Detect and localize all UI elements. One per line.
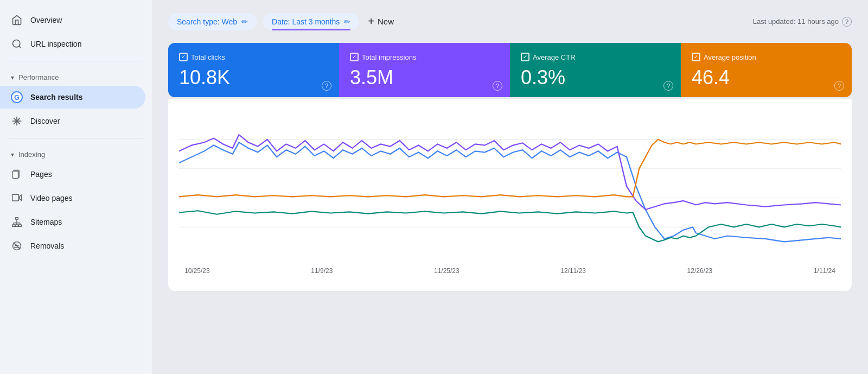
help-ctr[interactable]: ?: [663, 81, 673, 91]
svg-rect-8: [12, 194, 19, 201]
topbar: Search type: Web ✏ Date: Last 3 months ✏…: [168, 11, 852, 32]
x-label-3: 11/25/23: [434, 267, 459, 275]
help-icon[interactable]: ?: [842, 17, 852, 27]
home-icon: [11, 14, 23, 26]
chevron-down-icon-2: ▾: [11, 151, 14, 159]
main-content: Search type: Web ✏ Date: Last 3 months ✏…: [152, 0, 868, 374]
x-label-5: 12/26/23: [687, 267, 713, 275]
metric-total-impressions: Total impressions 3.5M ?: [339, 43, 510, 97]
divider-2: [9, 138, 143, 138]
sidebar-item-removals[interactable]: Removals: [0, 234, 145, 257]
metric-average-ctr: Average CTR 0.3% ?: [510, 43, 681, 97]
new-label: New: [378, 17, 394, 26]
metric-clicks-value: 10.8K: [179, 67, 328, 88]
sidebar-item-search-results[interactable]: G Search results: [0, 86, 145, 109]
metric-ctr-value: 0.3%: [521, 67, 670, 88]
sidebar-item-sitemaps[interactable]: Sitemaps: [0, 211, 145, 233]
checkbox-clicks[interactable]: [179, 53, 188, 61]
metric-position-label: Average position: [692, 53, 841, 61]
sidebar-item-discover[interactable]: Discover: [0, 110, 145, 132]
divider-1: [9, 61, 143, 61]
edit-icon-2: ✏: [344, 17, 350, 26]
metric-position-value: 46.4: [692, 67, 841, 88]
x-label-4: 12/11/23: [560, 267, 586, 275]
chevron-down-icon: ▾: [11, 74, 14, 81]
sidebar-item-search-results-label: Search results: [30, 93, 83, 102]
sidebar-item-video-pages-label: Video pages: [30, 194, 73, 202]
performance-section-label: ▾ Performance: [0, 67, 152, 85]
performance-chart: [179, 110, 841, 262]
search-icon: [11, 38, 23, 50]
chart-container: 10/25/23 11/9/23 11/25/23 12/11/23 12/26…: [168, 99, 852, 291]
checkbox-impressions[interactable]: [350, 53, 359, 61]
svg-line-1: [19, 46, 21, 48]
sidebar: Overview URL inspection ▾ Performance G …: [0, 0, 152, 374]
help-clicks[interactable]: ?: [322, 81, 331, 91]
svg-line-20: [14, 243, 21, 250]
svg-rect-7: [13, 171, 18, 178]
edit-icon: ✏: [241, 17, 248, 26]
sidebar-item-overview-label: Overview: [30, 16, 62, 24]
sidebar-item-pages-label: Pages: [30, 170, 52, 179]
pages-icon: [11, 168, 23, 180]
metric-impressions-label: Total impressions: [350, 53, 499, 61]
search-type-filter[interactable]: Search type: Web ✏: [168, 13, 257, 30]
svg-rect-10: [16, 218, 18, 219]
google-g-icon: G: [11, 91, 23, 103]
x-label-2: 11/9/23: [311, 267, 333, 275]
removals-icon: [11, 240, 23, 252]
metrics-row: Total clicks 10.8K ? Total impressions 3…: [168, 43, 852, 97]
indexing-section-label: ▾ Indexing: [0, 144, 152, 162]
search-type-label: Search type: Web: [177, 17, 237, 26]
asterisk-icon: [11, 115, 23, 127]
metric-clicks-label: Total clicks: [179, 53, 328, 61]
help-position[interactable]: ?: [834, 81, 844, 91]
checkbox-position[interactable]: [692, 53, 700, 61]
x-label-6: 1/11/24: [814, 267, 835, 275]
video-pages-icon: [11, 192, 23, 204]
date-label: Date: Last 3 months: [272, 17, 340, 26]
date-filter[interactable]: Date: Last 3 months ✏: [263, 13, 359, 30]
sitemaps-icon: [11, 216, 23, 228]
sidebar-item-url-inspection[interactable]: URL inspection: [0, 33, 145, 55]
sidebar-item-sitemaps-label: Sitemaps: [30, 218, 62, 226]
svg-rect-13: [18, 225, 21, 226]
metric-impressions-value: 3.5M: [350, 67, 499, 88]
checkbox-ctr[interactable]: [521, 53, 529, 61]
metric-total-clicks: Total clicks 10.8K ?: [168, 43, 339, 97]
sidebar-item-discover-label: Discover: [30, 117, 60, 125]
x-axis-labels: 10/25/23 11/9/23 11/25/23 12/11/23 12/26…: [179, 264, 841, 275]
new-button[interactable]: + New: [366, 11, 396, 32]
metric-average-position: Average position 46.4 ?: [681, 43, 852, 97]
x-label-1: 10/25/23: [184, 267, 210, 275]
svg-point-0: [13, 40, 20, 47]
help-impressions[interactable]: ?: [493, 81, 502, 91]
sidebar-item-pages[interactable]: Pages: [0, 163, 145, 186]
sidebar-item-overview[interactable]: Overview: [0, 9, 145, 31]
svg-rect-12: [16, 225, 18, 226]
sidebar-item-video-pages[interactable]: Video pages: [0, 187, 145, 210]
svg-rect-11: [12, 225, 15, 226]
svg-marker-9: [20, 195, 21, 200]
sidebar-item-removals-label: Removals: [30, 242, 64, 250]
sidebar-item-url-inspection-label: URL inspection: [30, 40, 81, 48]
last-updated-text: Last updated: 11 hours ago: [753, 17, 839, 26]
plus-icon: +: [368, 15, 374, 28]
metric-ctr-label: Average CTR: [521, 53, 670, 61]
last-updated: Last updated: 11 hours ago ?: [753, 17, 852, 27]
